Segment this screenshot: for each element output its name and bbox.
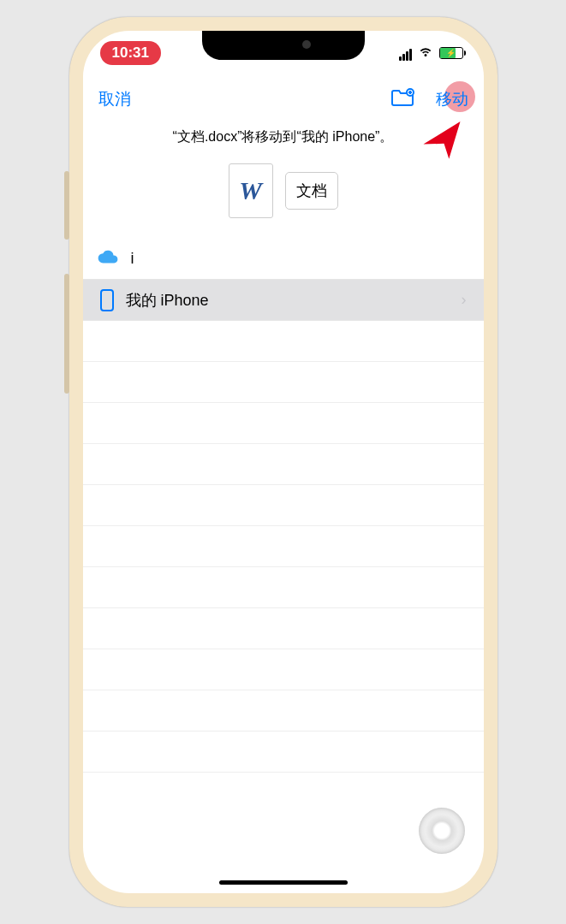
file-name: 文档 (285, 172, 338, 210)
location-my-iphone[interactable]: 我的 iPhone › (83, 280, 484, 321)
icloud-label: i (131, 250, 467, 268)
cloud-icon (97, 249, 119, 270)
file-preview: W 文档 (83, 163, 484, 218)
screen: 10:31 ⚡ 取消 移动 “文档.docx”将移动到“我的 iPhone”。 … (83, 31, 484, 893)
wifi-icon (418, 44, 433, 62)
time: 10:31 (100, 41, 161, 65)
chevron-right-icon: › (462, 291, 467, 309)
cancel-button[interactable]: 取消 (98, 88, 131, 110)
word-doc-icon: W (229, 163, 273, 218)
navbar: 取消 移动 (83, 75, 484, 123)
assistive-touch[interactable] (419, 808, 465, 854)
status-right: ⚡ (398, 44, 463, 62)
location-icloud[interactable]: i (83, 239, 484, 280)
home-indicator[interactable] (219, 880, 348, 885)
location-list: i 我的 iPhone › (83, 239, 484, 773)
empty-rows (83, 321, 484, 773)
notch (202, 31, 365, 60)
my-iphone-label: 我的 iPhone (126, 290, 450, 311)
battery-icon: ⚡ (439, 47, 463, 59)
iphone-icon (100, 289, 114, 311)
signal-icon (398, 45, 412, 61)
new-folder-icon[interactable] (390, 87, 415, 111)
phone-frame: 10:31 ⚡ 取消 移动 “文档.docx”将移动到“我的 iPhone”。 … (69, 17, 497, 907)
move-button[interactable]: 移动 (436, 88, 468, 110)
